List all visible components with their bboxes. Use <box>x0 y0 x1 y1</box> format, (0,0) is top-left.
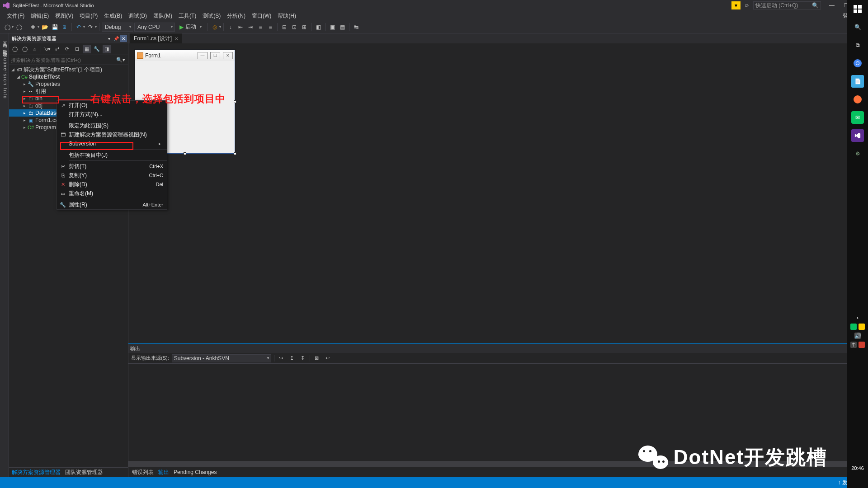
sol-sync-icon[interactable]: ⇄ <box>53 45 61 53</box>
cm-properties[interactable]: 🔧属性(R)Alt+Enter <box>57 200 167 209</box>
uncomment-icon[interactable]: ≡ <box>266 23 275 32</box>
notification-flag-icon[interactable]: ▾ <box>731 1 741 9</box>
document-tab[interactable]: Form1.cs [设计] ✕ <box>130 33 182 43</box>
left-tab-toolbox[interactable]: 工具箱 <box>0 35 9 43</box>
output-prev-icon[interactable]: ↥ <box>288 354 296 362</box>
task-chrome-icon[interactable] <box>851 57 864 70</box>
quick-launch-input[interactable]: 快速启动 (Ctrl+Q) 🔍 <box>753 1 821 9</box>
sol-preview-icon[interactable]: ◨ <box>103 45 111 53</box>
feedback-icon[interactable]: ☺ <box>742 1 751 9</box>
menu-project[interactable]: 项目(P) <box>76 11 101 21</box>
bring-front-icon[interactable]: ▤ <box>338 23 347 32</box>
indent-less-icon[interactable]: ⇤ <box>236 23 245 32</box>
cm-new-view[interactable]: 🗔新建解决方案资源管理器视图(N) <box>57 130 167 139</box>
tree-properties[interactable]: ▸🔧 Properties <box>9 80 128 88</box>
new-project-icon[interactable]: ✚ <box>28 23 38 32</box>
output-wrap-icon[interactable]: ↩ <box>324 354 332 362</box>
cm-delete[interactable]: ✕删除(D)Del <box>57 180 167 189</box>
cm-open-with[interactable]: 打开方式(N)... <box>57 110 167 119</box>
menu-build[interactable]: 生成(B) <box>101 11 125 21</box>
panel-close-icon[interactable]: ✕ <box>120 35 127 42</box>
tab-solution-explorer[interactable]: 解决方案资源管理器 <box>12 469 61 476</box>
cm-subversion[interactable]: Subversion▸ <box>57 139 167 148</box>
menu-view[interactable]: 视图(V) <box>52 11 76 21</box>
step-into-icon[interactable]: ↓ <box>226 23 235 32</box>
browser-link-icon[interactable]: ◎ <box>210 23 219 32</box>
resize-handle[interactable] <box>234 152 236 155</box>
sol-pending-icon[interactable]: ʻo▾ <box>43 45 51 53</box>
tree-solution[interactable]: ◢🏷 解决方案"SqliteEfTest"(1 个项目) <box>9 66 128 73</box>
indent-more-icon[interactable]: ⇥ <box>246 23 255 32</box>
task-firefox-icon[interactable] <box>851 93 864 106</box>
tab-pending-changes[interactable]: Pending Changes <box>174 469 217 475</box>
open-file-icon[interactable]: 📂 <box>40 23 49 32</box>
menu-debug[interactable]: 调试(D) <box>125 11 150 21</box>
cm-include-in-project[interactable]: 包括在项目中(J) <box>57 150 167 160</box>
menu-test[interactable]: 测试(S) <box>199 11 224 21</box>
send-back-icon[interactable]: ▣ <box>328 23 337 32</box>
nav-fwd-icon[interactable]: ◯ <box>14 23 24 32</box>
cm-scope[interactable]: 限定为此范围(S) <box>57 121 167 130</box>
redo-icon[interactable]: ↷ <box>86 23 95 32</box>
grid-icon[interactable]: ⊞ <box>300 23 309 32</box>
save-icon[interactable]: 💾 <box>50 23 59 32</box>
left-tab-svninfo[interactable]: Subversion Info <box>0 52 9 102</box>
start-button[interactable]: ▶启动▾ <box>176 23 205 31</box>
output-goto-icon[interactable]: ↪ <box>277 354 285 362</box>
menu-tools[interactable]: 工具(T) <box>175 11 199 21</box>
solution-search[interactable]: 🔍▾ <box>9 55 128 65</box>
dock-icon[interactable]: ◧ <box>314 23 323 32</box>
tray-icon[interactable] <box>850 324 857 330</box>
task-windows-icon[interactable] <box>851 3 864 15</box>
tray-icon[interactable] <box>859 342 865 348</box>
tray-icon[interactable] <box>859 324 865 330</box>
menu-team[interactable]: 团队(M) <box>150 11 175 21</box>
align-icon[interactable]: ⊟ <box>280 23 289 32</box>
output-next-icon[interactable]: ↧ <box>299 354 307 362</box>
menu-window[interactable]: 窗口(W) <box>249 11 274 21</box>
sol-properties-icon[interactable]: 🔧 <box>93 45 101 53</box>
menu-file[interactable]: 文件(F) <box>4 11 28 21</box>
resize-handle[interactable] <box>184 152 186 155</box>
task-search-icon[interactable]: 🔍 <box>851 21 864 33</box>
task-wechat-icon[interactable]: ✉ <box>851 111 864 124</box>
tray-ime-icon[interactable]: 中 <box>850 342 857 348</box>
tab-order-icon[interactable]: ↹ <box>352 23 361 32</box>
minimize-button[interactable]: — <box>825 0 839 10</box>
sol-refresh-icon[interactable]: ⟳ <box>63 45 71 53</box>
cm-copy[interactable]: ⎘复制(Y)Ctrl+C <box>57 171 167 180</box>
menu-help[interactable]: 帮助(H) <box>274 11 299 21</box>
tab-close-icon[interactable]: ✕ <box>175 36 178 41</box>
menu-edit[interactable]: 编辑(E) <box>28 11 52 21</box>
sol-fwd-icon[interactable]: ◯ <box>21 45 29 53</box>
solution-search-input[interactable] <box>11 57 126 63</box>
tab-error-list[interactable]: 错误列表 <box>132 469 154 476</box>
panel-pin-icon[interactable]: 📌 <box>113 35 120 42</box>
comment-icon[interactable]: ≡ <box>256 23 265 32</box>
tab-output[interactable]: 输出 <box>158 469 169 476</box>
center-icon[interactable]: ⊡ <box>290 23 299 32</box>
save-all-icon[interactable]: 🗎 <box>60 23 69 32</box>
menu-analyze[interactable]: 分析(N) <box>224 11 249 21</box>
taskbar-clock[interactable]: 20:46 <box>851 465 864 471</box>
left-tab-datasources[interactable]: 数据源 <box>0 43 9 52</box>
tab-team-explorer[interactable]: 团队资源管理器 <box>65 469 103 476</box>
output-source-combo[interactable]: Subversion - AnkhSVN <box>172 354 271 362</box>
tray-volume-icon[interactable]: 🔊 <box>854 333 861 339</box>
cm-rename[interactable]: ▭重命名(M) <box>57 189 167 198</box>
design-surface[interactable]: Form1 — ☐ ✕ <box>128 43 868 343</box>
nav-back-icon[interactable]: ◯ <box>3 23 12 32</box>
sol-collapse-icon[interactable]: ⊟ <box>73 45 81 53</box>
task-notepad-icon[interactable]: 📄 <box>851 75 864 88</box>
config-combo[interactable]: Debug <box>102 23 133 32</box>
task-taskview-icon[interactable]: ⧉ <box>851 39 864 52</box>
sol-showall-icon[interactable]: ▦ <box>83 45 91 53</box>
cm-cut[interactable]: ✂剪切(T)Ctrl+X <box>57 162 167 171</box>
task-settings-icon[interactable]: ⚙ <box>851 147 864 160</box>
platform-combo[interactable]: Any CPU <box>134 23 175 32</box>
panel-dropdown-icon[interactable]: ▾ <box>105 35 113 42</box>
task-vs-icon[interactable] <box>851 129 864 142</box>
resize-handle[interactable] <box>234 100 236 103</box>
tree-project[interactable]: ◢C# SqliteEfTest <box>9 73 128 80</box>
sol-back-icon[interactable]: ◯ <box>11 45 19 53</box>
